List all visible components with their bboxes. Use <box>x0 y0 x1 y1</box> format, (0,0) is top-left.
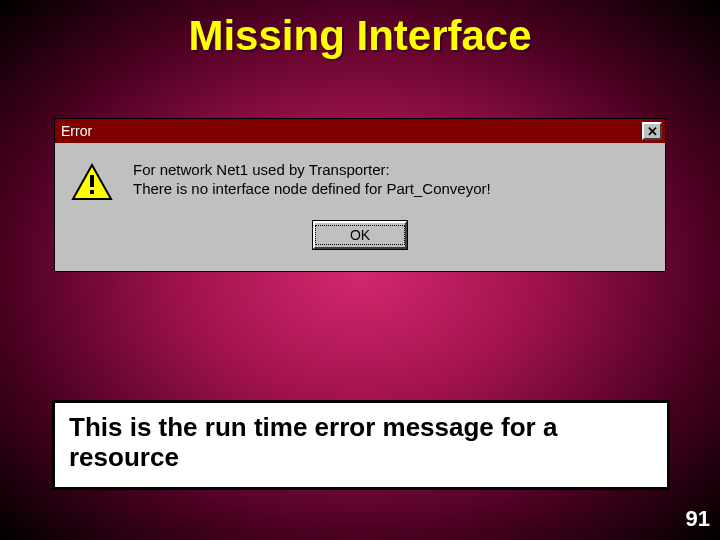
warning-icon <box>71 163 113 201</box>
dialog-titlebar: Error ✕ <box>55 119 665 143</box>
ok-button[interactable]: OK <box>313 221 407 249</box>
message-line-2: There is no interface node defined for P… <box>133 180 491 197</box>
page-number: 91 <box>686 506 710 532</box>
svg-rect-1 <box>90 175 94 187</box>
ok-button-label: OK <box>315 225 405 245</box>
error-dialog: Error ✕ For network Net1 used by Transpo… <box>54 118 666 272</box>
slide-title: Missing Interface <box>0 0 720 60</box>
dialog-title-text: Error <box>61 123 92 139</box>
dialog-message: For network Net1 used by Transporter: Th… <box>133 161 491 201</box>
message-line-1: For network Net1 used by Transporter: <box>133 161 491 178</box>
close-button[interactable]: ✕ <box>642 122 662 140</box>
caption-box: This is the run time error message for a… <box>52 400 670 490</box>
svg-rect-2 <box>90 190 94 194</box>
close-icon: ✕ <box>647 125 658 138</box>
